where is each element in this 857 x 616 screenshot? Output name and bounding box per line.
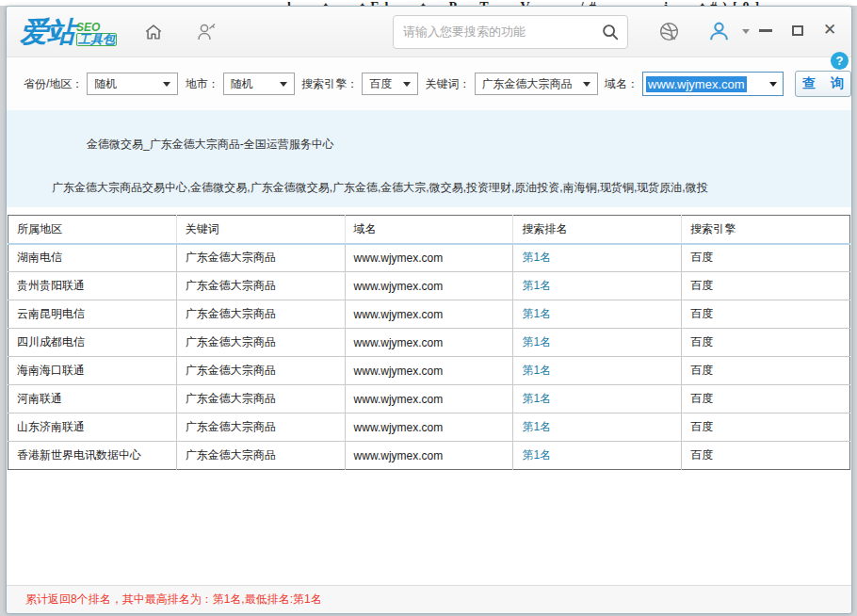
user-account[interactable] — [707, 20, 750, 43]
search-icon[interactable] — [593, 16, 627, 48]
cell-region: 云南昆明电信 — [8, 300, 177, 329]
chevron-down-icon — [163, 82, 170, 87]
window-controls: ✕ — [757, 22, 838, 39]
search-input[interactable] — [394, 24, 593, 39]
cell-engine: 百度 — [682, 300, 850, 329]
table-row: 湖南电信广东金德大宗商品www.wjymex.com第1名百度 — [8, 244, 850, 272]
table-header-row: 所属地区 关键词 域名 搜索排名 搜索引擎 — [8, 216, 850, 244]
city-field: 地市： 随机 — [186, 73, 295, 95]
results-table: 所属地区 关键词 域名 搜索排名 搜索引擎 湖南电信广东金德大宗商品www.wj… — [8, 215, 850, 470]
cell-keyword: 广东金德大宗商品 — [176, 329, 345, 357]
cell-rank[interactable]: 第1名 — [513, 413, 682, 442]
cell-region: 湖南电信 — [8, 244, 177, 272]
results-table-wrap: 所属地区 关键词 域名 搜索排名 搜索引擎 湖南电信广东金德大宗商品www.wj… — [8, 215, 850, 470]
province-field: 省份/地区： 随机 — [24, 73, 178, 95]
cell-engine: 百度 — [682, 272, 850, 300]
cell-region: 四川成都电信 — [8, 329, 177, 357]
app-window: 爱站 SEO 工具包 — [6, 6, 852, 614]
cell-domain: www.wjymex.com — [345, 413, 513, 442]
chevron-down-icon[interactable] — [742, 29, 750, 34]
province-select[interactable]: 随机 — [87, 73, 178, 95]
cell-domain: www.wjymex.com — [345, 329, 513, 357]
engine-select[interactable]: 百度 — [362, 73, 418, 95]
cell-keyword: 广东金德大宗商品 — [176, 442, 345, 470]
city-label: 地市： — [186, 76, 219, 92]
domain-combobox[interactable]: www.wjymex.com — [642, 72, 784, 96]
minimize-button[interactable] — [757, 22, 774, 39]
globe-icon[interactable] — [656, 20, 681, 44]
cell-domain: www.wjymex.com — [345, 244, 513, 272]
cell-engine: 百度 — [682, 357, 850, 385]
engine-field: 搜索引擎： 百度 — [301, 73, 418, 95]
keyword-label: 关键词： — [426, 76, 471, 92]
user-icon — [707, 20, 731, 43]
table-row: 贵州贵阳联通广东金德大宗商品www.wjymex.com第1名百度 — [8, 272, 850, 300]
cell-rank[interactable]: 第1名 — [513, 300, 682, 329]
result-page-title: 金德微交易_广东金德大宗商品-全国运营服务中心 — [87, 137, 334, 153]
cell-domain: www.wjymex.com — [345, 442, 513, 470]
cell-rank[interactable]: 第1名 — [513, 357, 682, 385]
cell-engine: 百度 — [682, 329, 850, 357]
table-row: 云南昆明电信广东金德大宗商品www.wjymex.com第1名百度 — [8, 300, 850, 329]
results-body: 湖南电信广东金德大宗商品www.wjymex.com第1名百度贵州贵阳联通广东金… — [8, 244, 850, 470]
cell-keyword: 广东金德大宗商品 — [176, 413, 345, 442]
cell-keyword: 广东金德大宗商品 — [176, 272, 345, 300]
chevron-down-icon[interactable] — [769, 82, 777, 87]
query-toolbar: 省份/地区： 随机 地市： 随机 搜索引擎： 百度 关键词： 广东金德大宗商品 — [7, 57, 851, 110]
cell-region: 海南海口联通 — [8, 357, 177, 385]
city-select[interactable]: 随机 — [223, 73, 295, 95]
member-icon[interactable] — [194, 20, 218, 44]
table-row: 河南联通广东金德大宗商品www.wjymex.com第1名百度 — [8, 385, 850, 413]
keyword-select[interactable]: 广东金德大宗商品 — [475, 73, 598, 95]
result-page-keywords: 广东金德大宗商品交易中心,金德微交易,广东金德微交易,广东金德,金德大宗,微交易… — [52, 180, 708, 196]
maximize-button[interactable] — [789, 22, 806, 39]
cell-engine: 百度 — [682, 385, 850, 413]
cell-domain: www.wjymex.com — [345, 272, 513, 300]
province-label: 省份/地区： — [24, 76, 83, 92]
table-row: 山东济南联通广东金德大宗商品www.wjymex.com第1名百度 — [8, 413, 850, 442]
content-filler — [7, 470, 851, 585]
cell-region: 贵州贵阳联通 — [8, 272, 177, 300]
header-domain: 域名 — [345, 216, 513, 244]
table-row: 四川成都电信广东金德大宗商品www.wjymex.com第1名百度 — [8, 329, 850, 357]
cell-keyword: 广东金德大宗商品 — [176, 300, 345, 329]
query-button[interactable]: 查 询 — [795, 71, 851, 97]
cell-keyword: 广东金德大宗商品 — [176, 357, 345, 385]
domain-field: 域名： www.wjymex.com — [605, 72, 784, 96]
cell-domain: www.wjymex.com — [345, 300, 513, 329]
chevron-down-icon — [583, 82, 590, 87]
header-rank: 搜索排名 — [513, 216, 682, 244]
cell-rank[interactable]: 第1名 — [513, 244, 682, 272]
chevron-down-icon — [403, 82, 411, 87]
statusbar: 累计返回8个排名，其中最高排名为：第1名,最低排名:第1名 — [7, 585, 851, 613]
result-info-panel: 金德微交易_广东金德大宗商品-全国运营服务中心 广东金德大宗商品交易中心,金德微… — [7, 110, 851, 207]
help-icon[interactable]: ? — [831, 52, 849, 70]
cell-engine: 百度 — [682, 244, 850, 272]
cell-keyword: 广东金德大宗商品 — [176, 244, 345, 272]
keyword-field: 关键词： 广东金德大宗商品 — [426, 73, 598, 95]
table-row: 香港新世界电讯数据中心广东金德大宗商品www.wjymex.com第1名百度 — [8, 442, 850, 470]
cell-region: 山东济南联通 — [8, 413, 177, 442]
logo-text-main: 爱站 — [20, 18, 74, 46]
home-icon[interactable] — [141, 20, 166, 44]
function-search-box — [393, 15, 628, 49]
summary-text: 累计返回8个排名，其中最高排名为：第1名,最低排名:第1名 — [25, 592, 322, 608]
table-row: 海南海口联通广东金德大宗商品www.wjymex.com第1名百度 — [8, 357, 850, 385]
cell-region: 香港新世界电讯数据中心 — [8, 442, 177, 470]
logo-text-seo: SEO — [76, 22, 117, 33]
close-button[interactable]: ✕ — [821, 22, 838, 39]
domain-label: 域名： — [605, 76, 639, 92]
cell-rank[interactable]: 第1名 — [513, 272, 682, 300]
cell-keyword: 广东金德大宗商品 — [176, 385, 345, 413]
cell-domain: www.wjymex.com — [345, 385, 513, 413]
engine-label: 搜索引擎： — [301, 76, 358, 92]
header-keyword: 关键词 — [176, 216, 345, 244]
domain-selected-text[interactable]: www.wjymex.com — [646, 76, 747, 92]
cell-rank[interactable]: 第1名 — [513, 385, 682, 413]
cell-rank[interactable]: 第1名 — [513, 329, 682, 357]
cell-region: 河南联通 — [8, 385, 177, 413]
cell-engine: 百度 — [682, 442, 850, 470]
cell-rank[interactable]: 第1名 — [513, 442, 682, 470]
logo-text-suffix: 工具包 — [76, 33, 117, 46]
header-region: 所属地区 — [8, 216, 177, 244]
